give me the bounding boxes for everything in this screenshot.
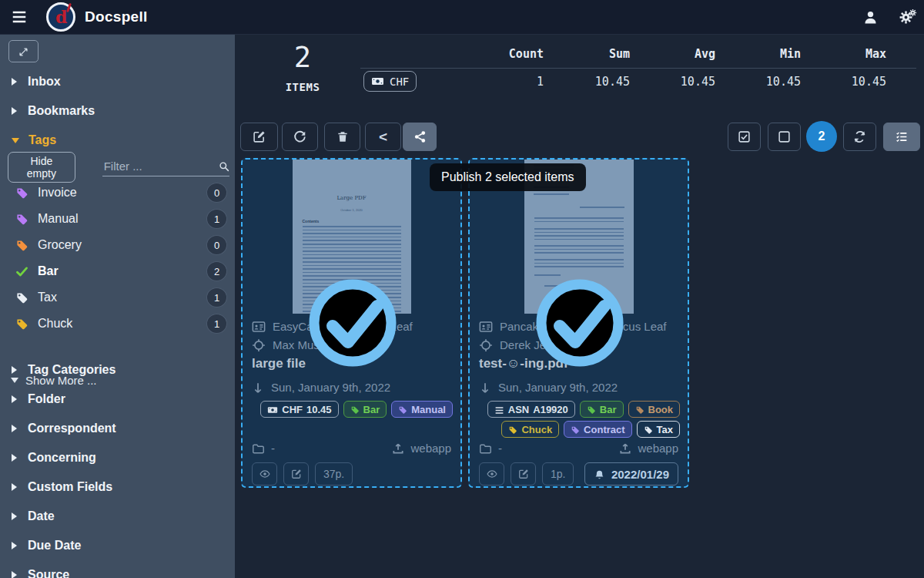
stat-min-value: 10.45 [716,75,801,89]
tag-row-chuck[interactable]: Chuck 1 [0,312,235,335]
item-date-line: Sun, January 9th, 2022 [252,380,452,395]
source-label: webapp [410,442,451,455]
merge-selected-button[interactable]: < [365,123,401,151]
card-footer-meta: - webapp [252,441,451,455]
sidebar-item-tag-categories[interactable]: Tag Categories [0,359,235,381]
stat-max-value: 10.45 [802,75,886,89]
tag-count-badge: 1 [206,287,227,307]
folder-icon [252,441,265,455]
tag-filter-input[interactable] [102,158,215,176]
sidebar-item-due-date[interactable]: Due Date [0,535,235,556]
bell-icon [594,467,605,481]
sidebar-item-concerning[interactable]: Concerning [0,447,235,469]
chevron-right-icon [12,366,17,374]
edit-item-button[interactable] [511,462,536,486]
tag-chip-tax[interactable]: Tax [637,421,680,438]
item-count: 2 [279,41,326,74]
tag-count-badge: 0 [206,183,227,203]
tag-row-tax[interactable]: Tax 1 [0,286,235,309]
card-footer-meta: - webapp [479,441,678,455]
list-view-toggle-button[interactable] [883,123,920,151]
edit-selected-button[interactable] [240,123,278,151]
document-preview[interactable]: Large PDF October 1, 2020 Contents [243,160,460,314]
edit-item-button[interactable] [283,462,309,486]
folder-icon [479,441,492,455]
sidebar-collapse-button[interactable] [8,40,38,62]
tag-count-badge: 0 [206,235,227,255]
tag-row-invoice[interactable]: Invoice 0 [0,181,235,204]
tag-chip-chuck[interactable]: Chuck [501,421,559,438]
item-title[interactable]: test-☺-ing.pdf [479,356,568,371]
sidebar-item-source[interactable]: Source [0,564,235,578]
app-title: Docspell [85,8,148,25]
sidebar-item-correspondent[interactable]: Correspondent [0,418,235,439]
correspondent-line: EasyCare AG, Marcus Leaf [252,319,452,334]
money-icon [371,75,384,89]
page-count-badge[interactable]: 37p. [315,462,353,486]
tag-icon [398,404,407,415]
crosshairs-icon [479,338,493,352]
tag-chip-bar[interactable]: Bar [580,401,624,418]
select-all-button[interactable] [728,123,761,151]
upload-icon [392,441,404,455]
chevron-right-icon [12,395,17,403]
sidebar-item-date[interactable]: Date [0,506,235,527]
chevron-right-icon [12,425,17,432]
id-card-icon [252,319,266,334]
page-count-badge[interactable]: 1p. [542,462,574,486]
sidebar-item-tags[interactable]: Tags [0,129,235,151]
column-count: Count [459,47,544,61]
asn-chip[interactable]: ASN A19920 [487,401,575,418]
main-content: 2 ITEMS Count Sum Avg Min Max CHF 1 10.4… [235,35,924,578]
tag-icon [508,424,517,435]
check-icon [15,264,28,278]
long-arrow-down-icon [252,380,264,395]
selection-count-badge[interactable]: 2 [806,121,837,152]
item-title[interactable]: large file [252,356,306,371]
due-date-chip[interactable]: 2022/01/29 [584,462,678,486]
tag-chip-manual[interactable]: Manual [391,401,453,418]
sidebar-item-custom-fields[interactable]: Custom Fields [0,476,235,498]
column-min: Min [716,47,801,61]
upload-icon [619,441,631,455]
items-label: ITEMS [279,81,326,93]
tag-chip-bar[interactable]: Bar [343,401,387,418]
exit-select-mode-button[interactable] [843,123,876,151]
sidebar-item-folder[interactable]: Folder [0,388,235,410]
docspell-logo: d [46,2,75,32]
concerning-line: Max Mustermann [252,338,452,352]
reprocess-button[interactable] [282,123,318,151]
user-icon[interactable] [862,9,879,25]
stats-divider [360,68,916,69]
correspondent-line: Pancake Company, Marcus Leaf [479,319,679,334]
column-sum: Sum [545,47,630,61]
stats-panel: 2 ITEMS Count Sum Avg Min Max CHF 1 10.4… [235,35,924,119]
tag-chip-contract[interactable]: Contract [564,421,631,438]
deselect-all-button[interactable] [768,123,801,151]
tag-row-grocery[interactable]: Grocery 0 [0,234,235,257]
currency-amount-chip[interactable]: CHF 10.45 [260,401,338,418]
sidebar-item-inbox[interactable]: Inbox [0,71,235,92]
tag-row-bar-selected[interactable]: Bar 2 [0,260,235,283]
tag-count-badge: 1 [206,209,227,229]
preview-eye-button[interactable] [252,462,277,486]
tag-row-manual[interactable]: Manual 1 [0,207,235,230]
column-max: Max [802,47,886,61]
delete-selected-button[interactable] [324,123,360,151]
tag-count-badge: 1 [206,314,227,334]
gear-icon[interactable] [899,10,913,25]
bars-icon [494,403,504,415]
hide-empty-toggle[interactable]: Hide empty [8,152,75,183]
long-arrow-down-icon [479,380,491,395]
item-card-test-ing-pdf[interactable]: Pancake Company, Marcus Leaf Derek Jeter… [468,158,689,488]
currency-chip[interactable]: CHF [363,71,417,92]
preview-eye-button[interactable] [479,462,504,486]
hamburger-menu-icon[interactable] [10,8,28,25]
id-card-icon [479,319,493,334]
source-label: webapp [638,442,678,455]
publish-selected-button[interactable] [403,123,437,151]
sidebar-item-bookmarks[interactable]: Bookmarks [0,100,235,122]
item-card-large-file[interactable]: Large PDF October 1, 2020 Contents EasyC… [241,158,462,488]
tag-chip-book[interactable]: Book [628,401,681,418]
tag-icon [571,424,580,435]
